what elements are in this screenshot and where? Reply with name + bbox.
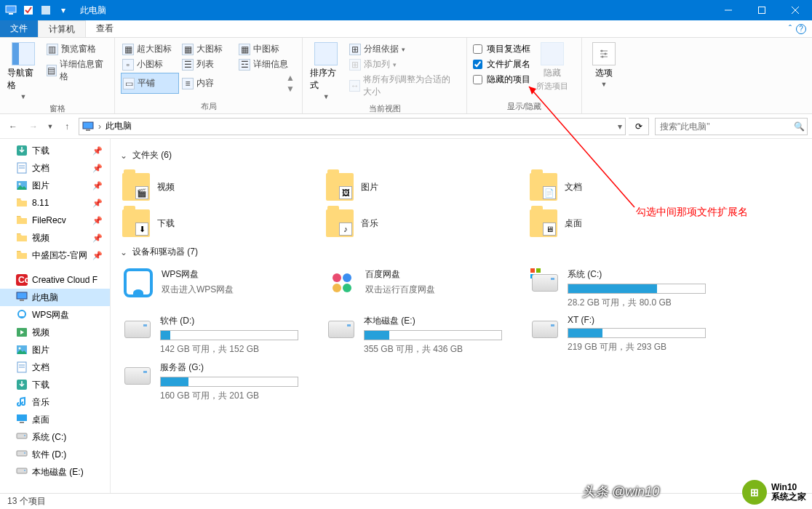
details-pane-button[interactable]: ▤详细信息窗格	[45, 57, 108, 84]
view-sm-button[interactable]: ▫小图标	[121, 57, 179, 71]
refresh-button[interactable]: ⟳	[629, 118, 649, 135]
nav-item[interactable]: 此电脑	[0, 289, 110, 306]
drive-item[interactable]: 系统 (C:)28.2 GB 可用，共 80.0 GB	[527, 265, 709, 312]
item-checkboxes-toggle[interactable]: 项目复选框	[473, 42, 530, 56]
folder-item[interactable]: ⬇下载	[119, 205, 301, 241]
drives-header[interactable]: ⌄设备和驱动器 (7)	[119, 241, 803, 265]
pc-icon	[16, 292, 28, 303]
svg-rect-1	[9, 13, 13, 15]
tab-computer[interactable]: 计算机	[38, 20, 86, 37]
address-bar: ← → ▼ ↑ › 此电脑 ▾ ⟳ 🔍	[0, 114, 812, 139]
folder-item[interactable]: ♪音乐	[323, 205, 505, 241]
svg-rect-32	[20, 422, 24, 423]
nav-item[interactable]: 文档📌	[0, 159, 110, 177]
qat-more-icon[interactable]	[38, 2, 54, 18]
view-details-button[interactable]: ☲详细信息	[237, 57, 292, 71]
drive-item[interactable]: 本地磁盘 (E:)355 GB 可用，共 436 GB	[323, 312, 505, 358]
view-content-button[interactable]: ≡内容	[180, 73, 236, 94]
folders-header[interactable]: ⌄文件夹 (6)	[119, 145, 803, 169]
chevron-down-icon[interactable]: ▾	[55, 2, 71, 18]
search-box[interactable]: 🔍	[655, 118, 808, 135]
nav-item[interactable]: FileRecv📌	[0, 212, 110, 229]
nav-item[interactable]: 视频	[0, 324, 110, 341]
preview-pane-button[interactable]: ▥预览窗格	[45, 42, 108, 56]
nav-item[interactable]: 下载📌	[0, 142, 110, 159]
nav-item[interactable]: 下载	[0, 376, 110, 393]
drive-item[interactable]: XT (F:)219 GB 可用，共 293 GB	[527, 312, 709, 358]
recent-dropdown[interactable]: ▼	[45, 118, 55, 135]
tab-view[interactable]: 查看	[86, 20, 124, 37]
content-pane: ⌄文件夹 (6) 🎬视频🖼图片📄文档⬇下载♪音乐🖥桌面 ⌄设备和驱动器 (7) …	[111, 139, 812, 493]
properties-icon[interactable]	[20, 2, 36, 18]
folder-item[interactable]: 📄文档	[527, 169, 709, 205]
hidden-items-toggle[interactable]: 隐藏的项目	[473, 73, 530, 87]
breadcrumb[interactable]: › 此电脑 ▾	[79, 118, 626, 135]
svg-rect-44	[536, 268, 541, 273]
wps-icon	[16, 309, 28, 321]
svg-point-10	[602, 56, 604, 58]
svg-point-39	[333, 273, 341, 282]
folder-item[interactable]: 🎬视频	[119, 169, 301, 205]
nav-item[interactable]: WPS网盘	[0, 306, 110, 324]
nav-item[interactable]: 桌面	[0, 411, 110, 428]
up-button[interactable]: ↑	[58, 118, 76, 135]
tab-file[interactable]: 文件	[0, 20, 38, 37]
sort-button[interactable]: 排序方式 ▼	[309, 41, 343, 102]
video-icon	[16, 326, 28, 338]
search-input[interactable]	[656, 121, 791, 132]
nav-item[interactable]: 文档	[0, 358, 110, 376]
pic-icon	[16, 180, 28, 191]
nav-item[interactable]: 图片📌	[0, 177, 110, 194]
svg-point-40	[343, 273, 351, 282]
folder-icon	[16, 232, 28, 244]
minimize-button[interactable]	[712, 0, 745, 20]
nav-item[interactable]: 系统 (C:)	[0, 428, 110, 446]
svg-rect-43	[530, 268, 535, 273]
nav-item[interactable]: 本地磁盘 (E:)	[0, 463, 110, 481]
svg-point-34	[24, 435, 25, 436]
svg-rect-3	[41, 6, 50, 15]
view-md-button[interactable]: ▦中图标	[237, 42, 292, 56]
drive-item[interactable]: 服务器 (G:)160 GB 可用，共 201 GB	[119, 358, 301, 405]
pin-icon: 📌	[92, 216, 103, 225]
quick-access-toolbar: ▾	[0, 2, 71, 18]
forward-button[interactable]: →	[25, 118, 42, 135]
drive-icon	[16, 431, 28, 443]
ribbon-collapse-button[interactable]: ˆ ?	[783, 20, 812, 37]
close-button[interactable]	[779, 0, 812, 20]
nav-item[interactable]: 图片	[0, 341, 110, 358]
file-extensions-toggle[interactable]: 文件扩展名	[473, 57, 530, 71]
navigation-pane[interactable]: 下载📌文档📌图片📌8.11📌FileRecv📌视频📌中盛国芯-官网📌CcCrea…	[0, 139, 111, 493]
options-button[interactable]: 选项 ▼	[588, 41, 620, 89]
view-tile-button[interactable]: ▭平铺	[121, 73, 179, 94]
back-button[interactable]: ←	[4, 118, 22, 135]
nav-item[interactable]: 软件 (D:)	[0, 446, 110, 463]
folder-item[interactable]: 🖼图片	[323, 169, 505, 205]
folder-icon	[16, 249, 28, 261]
drive-icon	[532, 321, 558, 338]
wps-icon	[124, 268, 153, 297]
nav-item[interactable]: 8.11📌	[0, 194, 110, 212]
svg-point-41	[333, 284, 341, 292]
search-icon[interactable]: 🔍	[791, 121, 807, 132]
watermark-site: ⊞ Win10系统之家	[742, 480, 806, 505]
view-xl-button[interactable]: ▦超大图标	[121, 42, 179, 56]
view-lg-button[interactable]: ▦大图标	[180, 42, 236, 56]
drive-icon	[532, 274, 558, 292]
window-title: 此电脑	[80, 4, 106, 17]
nav-item[interactable]: 视频📌	[0, 229, 110, 247]
folder-icon	[16, 197, 28, 209]
drive-item[interactable]: 软件 (D:)142 GB 可用，共 152 GB	[119, 312, 301, 358]
group-by-button[interactable]: ⊞分组依据 ▾	[348, 42, 461, 56]
nav-pane-button[interactable]: 导航窗格 ▼	[6, 41, 41, 102]
nav-item[interactable]: CcCreative Cloud F	[0, 271, 110, 289]
titlebar: ▾ 此电脑	[0, 0, 812, 20]
storage-bar	[364, 330, 502, 340]
maximize-button[interactable]	[745, 0, 779, 20]
cloud-drive-item[interactable]: 百度网盘双击运行百度网盘	[323, 265, 505, 312]
drive-icon	[124, 321, 151, 338]
nav-item[interactable]: 音乐	[0, 393, 110, 411]
nav-item[interactable]: 中盛国芯-官网📌	[0, 247, 110, 264]
view-list-button[interactable]: ☰列表	[180, 57, 236, 71]
cloud-drive-item[interactable]: WPS网盘双击进入WPS网盘	[119, 265, 301, 312]
